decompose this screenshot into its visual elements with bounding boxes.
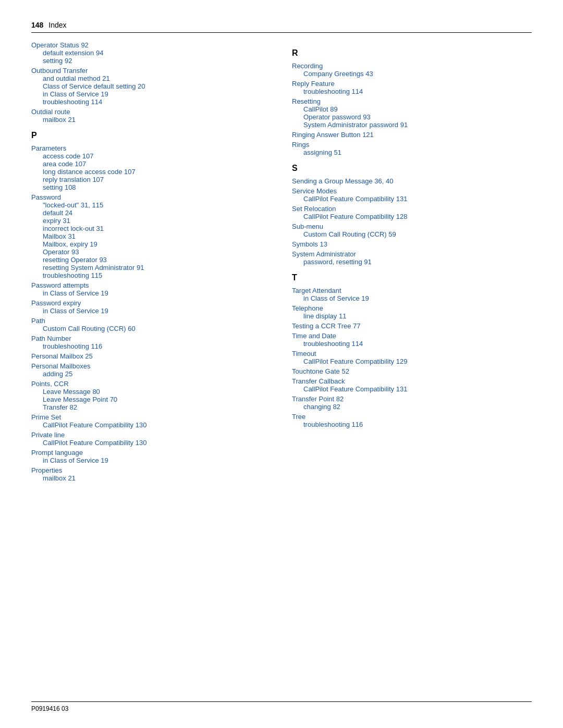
index-entry-sub: mailbox 21 <box>31 474 271 482</box>
index-entry: Touchtone Gate 52 <box>292 367 532 375</box>
index-entry-sub: CallPilot Feature Compatibility 130 <box>31 421 271 429</box>
index-entry-main: Symbols 13 <box>292 240 532 248</box>
section-letter: P <box>31 131 271 140</box>
index-entry-sub: and outdial method 21 <box>31 75 271 82</box>
index-entry-sub: "locked-out" 31, 115 <box>31 201 271 209</box>
index-entry-sub: area code 107 <box>31 160 271 168</box>
index-entry-main: System Administrator <box>292 250 532 258</box>
index-entry-main: Ringing Answer Button 121 <box>292 131 532 139</box>
section-letter: R <box>292 48 532 58</box>
right-column: RRecordingCompany Greetings 43Reply Feat… <box>292 41 532 484</box>
index-entry-sub: setting 92 <box>31 57 271 65</box>
index-entry-main: Transfer Callback <box>292 377 532 385</box>
index-entry-sub: in Class of Service 19 <box>31 307 271 315</box>
index-entry-main: Password attempts <box>31 281 271 289</box>
index-entry-sub: troubleshooting 115 <box>31 272 271 279</box>
index-entry-sub: in Class of Service 19 <box>31 456 271 464</box>
index-entry-sub: Operator password 93 <box>292 113 532 121</box>
index-entry-sub: CallPilot Feature Compatibility 128 <box>292 213 532 220</box>
index-entry-sub: troubleshooting 114 <box>292 340 532 348</box>
index-entry-sub: line display 11 <box>292 312 532 320</box>
index-entry: Transfer CallbackCallPilot Feature Compa… <box>292 377 532 393</box>
index-entry-sub: Leave Message Point 70 <box>31 396 271 403</box>
index-entry: Time and Datetroubleshooting 114 <box>292 332 532 348</box>
index-entry-sub: mailbox 21 <box>31 116 271 124</box>
index-entry-sub: CallPilot 89 <box>292 105 532 113</box>
index-entry: RecordingCompany Greetings 43 <box>292 62 532 78</box>
index-entry-main: Testing a CCR Tree 77 <box>292 322 532 330</box>
index-entry-main: Password <box>31 193 271 201</box>
index-entry-main: Telephone <box>292 304 532 312</box>
index-entry: Parametersaccess code 107area code 107lo… <box>31 144 271 191</box>
index-entry: Outbound Transferand outdial method 21Cl… <box>31 67 271 106</box>
index-entry-main: Timeout <box>292 350 532 357</box>
index-entry-sub: resetting Operator 93 <box>31 256 271 264</box>
index-entry-main: Touchtone Gate 52 <box>292 367 532 375</box>
index-entry: Operator Status 92default extension 94se… <box>31 41 271 65</box>
index-entry-sub: in Class of Service 19 <box>292 294 532 302</box>
index-entry-main: Outbound Transfer <box>31 67 271 75</box>
index-entry-main: Transfer Point 82 <box>292 395 532 403</box>
index-entry-main: Path Number <box>31 335 271 342</box>
index-entry: Ringsassigning 51 <box>292 141 532 156</box>
index-entry: Service ModesCallPilot Feature Compatibi… <box>292 187 532 203</box>
index-entry-main: Rings <box>292 141 532 149</box>
index-entry-sub: CallPilot Feature Compatibility 131 <box>292 195 532 203</box>
index-entry-sub: Mailbox, expiry 19 <box>31 240 271 248</box>
index-entry-sub: access code 107 <box>31 152 271 160</box>
index-entry: Personal Mailbox 25 <box>31 352 271 360</box>
index-entry: PathCustom Call Routing (CCR) 60 <box>31 317 271 332</box>
index-entry: Transfer Point 82changing 82 <box>292 395 532 411</box>
page-header: 148 Index <box>31 21 532 33</box>
index-entry-main: Prompt language <box>31 449 271 456</box>
index-entry-main: Personal Mailbox 25 <box>31 352 271 360</box>
index-entry: Password attemptsin Class of Service 19 <box>31 281 271 297</box>
index-entry-sub: Transfer 82 <box>31 403 271 411</box>
index-entry-main: Set Relocation <box>292 205 532 213</box>
index-entry-sub: troubleshooting 114 <box>292 88 532 95</box>
index-entry-sub: in Class of Service 19 <box>31 289 271 297</box>
index-entry-main: Time and Date <box>292 332 532 340</box>
index-entry-main: Tree <box>292 413 532 421</box>
page: 148 Index Operator Status 92default exte… <box>0 0 563 728</box>
index-entry-sub: System Administrator password 91 <box>292 121 532 129</box>
index-entry-sub: CallPilot Feature Compatibility 129 <box>292 357 532 365</box>
index-entry: Sub-menuCustom Call Routing (CCR) 59 <box>292 223 532 238</box>
index-entry: Target Attendantin Class of Service 19 <box>292 287 532 302</box>
index-entry: Outdial routemailbox 21 <box>31 108 271 124</box>
index-entry-main: Parameters <box>31 144 271 152</box>
index-entry-main: Path <box>31 317 271 325</box>
index-entry: Password"locked-out" 31, 115default 24ex… <box>31 193 271 279</box>
index-entry-main: Outdial route <box>31 108 271 116</box>
index-entry-sub: in Class of Service 19 <box>31 90 271 98</box>
index-entry: Ringing Answer Button 121 <box>292 131 532 139</box>
index-entry-main: Prime Set <box>31 413 271 421</box>
index-entry: Propertiesmailbox 21 <box>31 466 271 482</box>
section-letter: S <box>292 164 532 173</box>
index-entry: ResettingCallPilot 89Operator password 9… <box>292 97 532 129</box>
index-entry: Telephoneline display 11 <box>292 304 532 320</box>
index-entry-sub: Class of Service default setting 20 <box>31 82 271 90</box>
index-entry: Testing a CCR Tree 77 <box>292 322 532 330</box>
index-entry-main: Personal Mailboxes <box>31 362 271 370</box>
page-number: 148 <box>31 21 43 29</box>
index-entry-sub: default extension 94 <box>31 49 271 57</box>
index-entry-main: Points, CCR <box>31 380 271 388</box>
index-entry: Treetroubleshooting 116 <box>292 413 532 428</box>
page-footer: P0919416 03 <box>31 701 532 712</box>
index-entry-main: Sending a Group Message 36, 40 <box>292 177 532 185</box>
index-entry-sub: troubleshooting 114 <box>31 98 271 106</box>
index-entry-main: Target Attendant <box>292 287 532 294</box>
index-entry: Personal Mailboxesadding 25 <box>31 362 271 378</box>
index-entry: Set RelocationCallPilot Feature Compatib… <box>292 205 532 220</box>
index-entry-main: Service Modes <box>292 187 532 195</box>
index-entry: TimeoutCallPilot Feature Compatibility 1… <box>292 350 532 365</box>
index-entry-sub: Custom Call Routing (CCR) 59 <box>292 230 532 238</box>
index-entry-main: Reply Feature <box>292 80 532 88</box>
index-entry: Password expiryin Class of Service 19 <box>31 299 271 315</box>
index-entry-main: Private line <box>31 431 271 439</box>
index-entry: Prime SetCallPilot Feature Compatibility… <box>31 413 271 429</box>
left-column: Operator Status 92default extension 94se… <box>31 41 271 484</box>
index-entry-sub: Company Greetings 43 <box>292 70 532 78</box>
index-entry-sub: Custom Call Routing (CCR) 60 <box>31 325 271 332</box>
